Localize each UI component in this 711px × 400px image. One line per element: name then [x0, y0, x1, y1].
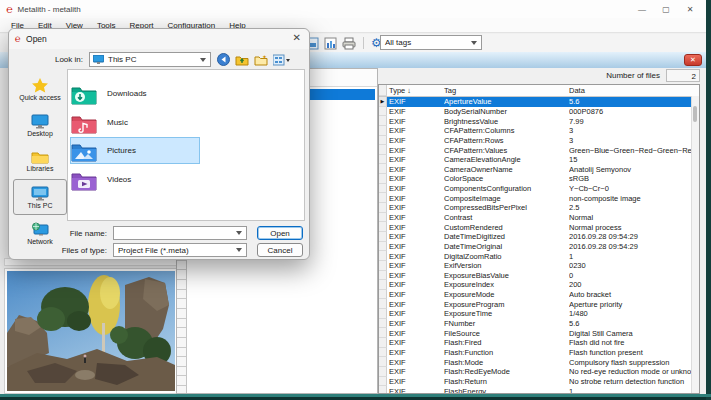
row-header-cell[interactable] — [379, 309, 387, 319]
row-header-cell[interactable] — [379, 174, 387, 184]
devices-group-header[interactable]: Devices and drives (1) ⌃ — [74, 218, 298, 221]
sidebar-item-libraries[interactable]: Libraries — [13, 143, 67, 179]
folder-item-videos[interactable]: Videos — [70, 166, 200, 193]
column-header-data[interactable]: Data — [569, 85, 699, 96]
file-name-input[interactable] — [113, 226, 247, 240]
row-header-cell[interactable] — [379, 232, 387, 242]
row-header-cell[interactable] — [379, 280, 387, 290]
table-row[interactable]: EXIFDateTimeOriginal2016.09.28 09:54:29 — [379, 242, 699, 252]
dialog-close-icon[interactable]: ✕ — [293, 32, 301, 43]
cell-data: 3 — [569, 136, 699, 145]
table-row[interactable]: EXIFExposureBiasValue0 — [379, 271, 699, 281]
table-row[interactable]: EXIFExifVersion0230 — [379, 261, 699, 271]
maximize-button[interactable]: ▢ — [654, 0, 678, 18]
cell-tag: ExposureProgram — [444, 300, 569, 309]
panel-close-button[interactable]: ✕ — [684, 54, 702, 66]
folder-item-pictures[interactable]: Pictures — [70, 137, 200, 164]
row-header-cell[interactable] — [379, 328, 387, 338]
table-row[interactable]: EXIFFlash:FunctionFlash function present — [379, 348, 699, 358]
table-row[interactable]: EXIFCFAPattern:ValuesGreen~Blue~Green~Re… — [379, 145, 699, 155]
row-header-cell[interactable] — [379, 116, 387, 126]
view-menu-icon[interactable] — [273, 54, 291, 66]
table-row[interactable]: EXIFCFAPattern:Columns3 — [379, 126, 699, 136]
row-header-cell[interactable] — [379, 126, 387, 136]
table-row[interactable]: EXIFCompressedBitsPerPixel2.5 — [379, 203, 699, 213]
table-row[interactable]: EXIFFlashEnergy1 — [379, 386, 699, 394]
row-header-cell[interactable] — [379, 184, 387, 194]
photo-preview[interactable] — [4, 268, 178, 394]
scrollbar-thumb[interactable] — [693, 106, 697, 122]
cell-data: 000P0876 — [569, 107, 699, 116]
row-header-cell[interactable] — [379, 213, 387, 223]
open-button[interactable]: Open — [257, 226, 303, 240]
table-row[interactable]: EXIFExposureIndex200 — [379, 280, 699, 290]
table-row[interactable]: EXIFContrastNormal — [379, 213, 699, 223]
minimize-button[interactable]: — — [630, 0, 654, 18]
table-row[interactable]: EXIFExposureTime1/480 — [379, 309, 699, 319]
table-row[interactable]: EXIFFlash:ModeCompulsory flash suppressi… — [379, 357, 699, 367]
sidebar-item-this-pc[interactable]: This PC — [13, 179, 67, 215]
folder-item-music[interactable]: Music — [70, 109, 200, 136]
back-icon[interactable] — [217, 53, 230, 66]
row-header-cell[interactable] — [379, 338, 387, 348]
files-of-type-select[interactable]: Project File (*.meta) — [113, 243, 247, 257]
row-header-cell[interactable] — [379, 242, 387, 252]
row-header-cell[interactable] — [379, 271, 387, 281]
row-header-cell[interactable] — [379, 299, 387, 309]
row-header-cell[interactable] — [379, 348, 387, 358]
row-header-cell[interactable] — [379, 193, 387, 203]
row-header-cell[interactable] — [379, 251, 387, 261]
table-row[interactable]: EXIFComponentsConfigurationY~Cb~Cr~0 — [379, 184, 699, 194]
close-button[interactable]: ✕ — [678, 0, 702, 18]
cell-data: 5.6 — [569, 319, 699, 328]
new-folder-icon[interactable]: ✦ — [254, 54, 268, 66]
table-row[interactable]: EXIFBodySerialNumber000P0876 — [379, 107, 699, 117]
table-row[interactable]: EXIFDigitalZoomRatio1 — [379, 251, 699, 261]
row-header-cell[interactable] — [379, 136, 387, 146]
row-header-cell[interactable] — [379, 155, 387, 165]
row-header-cell[interactable] — [379, 203, 387, 213]
row-header-cell[interactable] — [379, 319, 387, 329]
row-header-cell[interactable] — [379, 222, 387, 232]
row-header-cell[interactable]: ▶ — [379, 97, 387, 107]
table-row[interactable]: EXIFColorSpacesRGB — [379, 174, 699, 184]
row-header-cell[interactable] — [379, 145, 387, 155]
table-row[interactable]: EXIFCFAPattern:Rows3 — [379, 136, 699, 146]
sidebar-item-desktop[interactable]: Desktop — [13, 107, 67, 143]
cancel-button[interactable]: Cancel — [257, 243, 303, 257]
table-row[interactable]: EXIFFileSourceDigital Still Camera — [379, 328, 699, 338]
table-row[interactable]: EXIFCompositeImagenon-composite image — [379, 193, 699, 203]
table-row[interactable]: EXIFExposureProgramAperture priority — [379, 299, 699, 309]
table-row[interactable]: EXIFBrightnessValue7.99 — [379, 116, 699, 126]
table-row[interactable]: EXIFCameraElevationAngle15 — [379, 155, 699, 165]
table-row[interactable]: EXIFFlash:ReturnNo strobe return detecti… — [379, 377, 699, 387]
table-row[interactable]: EXIFFlash:FiredFlash did not fire — [379, 338, 699, 348]
table-row[interactable]: EXIFDateTimeDigitized2016.09.28 09:54:29 — [379, 232, 699, 242]
table-row[interactable]: EXIFExposureModeAuto bracket — [379, 290, 699, 300]
row-header-cell[interactable] — [379, 261, 387, 271]
up-folder-icon[interactable] — [235, 54, 249, 66]
printer-icon[interactable] — [342, 37, 356, 50]
row-header-cell[interactable] — [379, 367, 387, 377]
row-header-cell[interactable] — [379, 164, 387, 174]
folder-item-downloads[interactable]: Downloads — [70, 80, 200, 107]
row-header-cell[interactable] — [379, 357, 387, 367]
column-header-type[interactable]: Type ↓ — [387, 85, 444, 96]
row-header-cell[interactable] — [379, 290, 387, 300]
look-in-select[interactable]: This PC — [89, 52, 211, 67]
table-row[interactable]: EXIFCameraOwnerNameAnatolij Semyonov — [379, 164, 699, 174]
table-row[interactable]: EXIFCustomRenderedNormal process — [379, 222, 699, 232]
chart-icon[interactable] — [324, 37, 337, 50]
tag-table-scrollbar[interactable] — [691, 96, 699, 393]
table-row[interactable]: ▶EXIFApertureValue5.6 — [379, 97, 699, 107]
table-row[interactable]: EXIFFNumber5.6 — [379, 319, 699, 329]
table-row[interactable]: EXIFFlash:RedEyeModeNo red-eye reduction… — [379, 367, 699, 377]
tag-filter-select[interactable]: All tags — [380, 35, 482, 50]
collapse-icon[interactable]: ⌃ — [292, 219, 298, 222]
row-header-cell[interactable] — [379, 386, 387, 394]
row-header-cell[interactable] — [379, 377, 387, 387]
column-header-tag[interactable]: Tag — [444, 85, 569, 96]
sidebar-item-quick-access[interactable]: Quick access — [13, 71, 67, 107]
open-dialog: ℮ Open ✕ Look in: This PC ✦ Quick access… — [8, 28, 310, 260]
row-header-cell[interactable] — [379, 107, 387, 117]
